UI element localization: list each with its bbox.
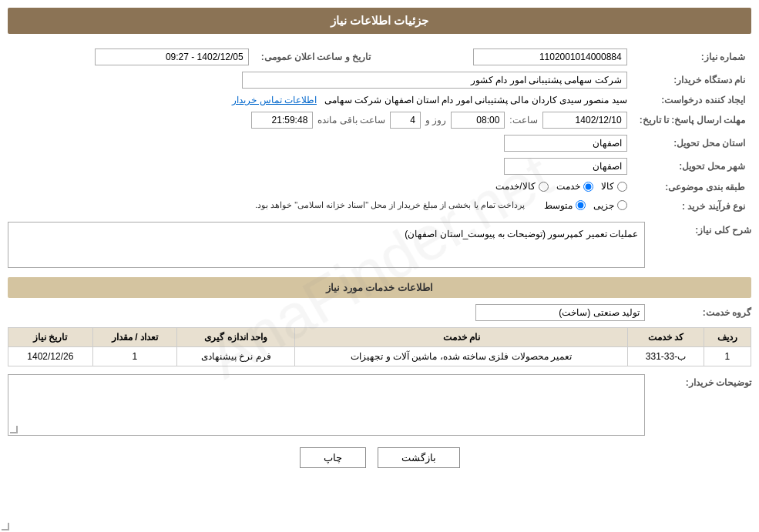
services-table: ردیف کد خدمت نام خدمت واحد اندازه گیری ت… [8,327,751,366]
cell-quantity: 1 [92,347,177,366]
need-number-label: شماره نیاز: [633,45,751,69]
date-value: 1402/12/05 - 09:27 [8,45,255,69]
col-quantity: تعداد / مقدار [92,328,177,347]
col-service-name: نام خدمت [295,328,628,347]
purchase-type-note: پرداخت تمام یا بخشی از مبلغ خریدار از مح… [255,200,525,210]
category-label: طبقه بندی موضوعی: [633,178,751,197]
category-khadamat-radio[interactable] [583,182,593,192]
need-number-value: 1102001014000884 [386,45,633,69]
need-description-box: عملیات تعمیر کمپرسور (توضیحات به پیوست_ا… [8,222,645,268]
creator-value: سید منصور سیدی کاردان مالی پشتیبانی امور… [8,92,633,109]
col-row-num: ردیف [704,328,751,347]
cell-unit: فرم نرخ پیشنهادی [177,347,295,366]
page-title: جزئیات اطلاعات نیاز [8,8,751,34]
province-field: اصفهان [504,135,627,152]
date-label: تاریخ و ساعت اعلان عمومی: [255,45,386,69]
creator-text: سید منصور سیدی کاردان مالی پشتیبانی امور… [324,95,627,105]
city-label: شهر محل تحویل: [633,155,751,178]
page-wrapper: جزئیات اطلاعات نیاز شماره نیاز: 11020010… [0,0,759,532]
purchase-jozei-label: جزیی [593,200,614,211]
deadline-days-label: روز و [425,115,446,125]
category-khadamat: خدمت [556,181,593,192]
category-kala-radio[interactable] [617,182,627,192]
category-kala-label: کالا [601,181,614,192]
requester-field: شرکت سهامی پشتیبانی امور دام کشور [242,72,627,89]
deadline-time-field: 08:00 [451,112,505,129]
city-value: اصفهان [8,155,633,178]
requester-value: شرکت سهامی پشتیبانی امور دام کشور [8,69,633,92]
deadline-time-label: ساعت: [509,115,537,125]
creator-label: ایجاد کننده درخواست: [633,92,751,109]
col-date: تاریخ نیاز [8,328,93,347]
category-khadamat-label: خدمت [556,181,580,192]
info-table: شماره نیاز: 1102001014000884 تاریخ و ساع… [8,45,751,216]
need-description-section: شرح کلی نیاز: عملیات تعمیر کمپرسور (توضی… [8,222,751,268]
purchase-type-label: نوع فرآیند خرید : [633,197,751,216]
print-button[interactable]: چاپ [300,447,366,468]
deadline-remaining-label: ساعت باقی مانده [317,115,385,125]
deadline-days-field: 4 [390,112,421,129]
purchase-motavaset-label: متوسط [544,200,573,211]
cell-row-num: 1 [704,347,751,366]
need-description-value: عملیات تعمیر کمپرسور (توضیحات به پیوست_ا… [405,229,638,239]
cell-service-code: ب-33-331 [628,347,704,366]
buyer-description-label: توضیحات خریدار: [651,374,751,388]
category-kala: کالا [601,181,627,192]
resize-handle [2,523,9,530]
buyer-description-section: توضیحات خریدار: [8,374,751,436]
requester-label: نام دستگاه خریدار: [633,69,751,92]
purchase-type-row: جزیی متوسط پرداخت تمام یا بخشی از مبلغ خ… [8,197,633,216]
category-kala-khadamat-radio[interactable] [539,182,549,192]
service-group-field: تولید صنعتی (ساخت) [475,304,645,321]
deadline-date-field: 1402/12/10 [542,112,627,129]
category-row: کالا خدمت کالا/خدمت [8,178,633,197]
cell-service-name: تعمیر محصولات فلزی ساخته شده، ماشین آلات… [295,347,628,366]
category-kala-khadamat: کالا/خدمت [495,181,548,192]
buttons-row: بازگشت چاپ [8,447,751,468]
contact-link[interactable]: اطلاعات تماس خریدار [232,95,317,105]
table-row: 1 ب-33-331 تعمیر محصولات فلزی ساخته شده،… [8,347,751,366]
service-group-row: گروه خدمت: تولید صنعتی (ساخت) [8,304,751,321]
buyer-description-box [8,374,645,436]
back-button[interactable]: بازگشت [378,447,460,468]
purchase-jozei: جزیی [593,200,627,211]
date-field: 1402/12/05 - 09:27 [95,49,249,65]
service-group-label: گروه خدمت: [651,307,751,318]
deadline-remaining-field: 21:59:48 [251,112,313,129]
col-unit: واحد اندازه گیری [177,328,295,347]
city-field: اصفهان [504,158,627,175]
cell-date: 1402/12/26 [8,347,93,366]
buyer-resize-handle [10,426,18,433]
deadline-row: 1402/12/10 ساعت: 08:00 روز و 4 ساعت باقی… [8,109,633,132]
purchase-motavaset: متوسط [544,200,586,211]
province-value: اصفهان [8,132,633,155]
need-description-label: شرح کلی نیاز: [651,222,751,236]
col-service-code: کد خدمت [628,328,704,347]
deadline-label: مهلت ارسال پاسخ: تا تاریخ: [633,109,751,132]
category-kala-khadamat-label: کالا/خدمت [495,181,535,192]
need-number-field: 1102001014000884 [473,49,627,65]
province-label: استان محل تحویل: [633,132,751,155]
purchase-jozei-radio[interactable] [617,200,627,210]
services-section-header: اطلاعات خدمات مورد نیاز [8,277,751,298]
purchase-motavaset-radio[interactable] [576,200,586,210]
